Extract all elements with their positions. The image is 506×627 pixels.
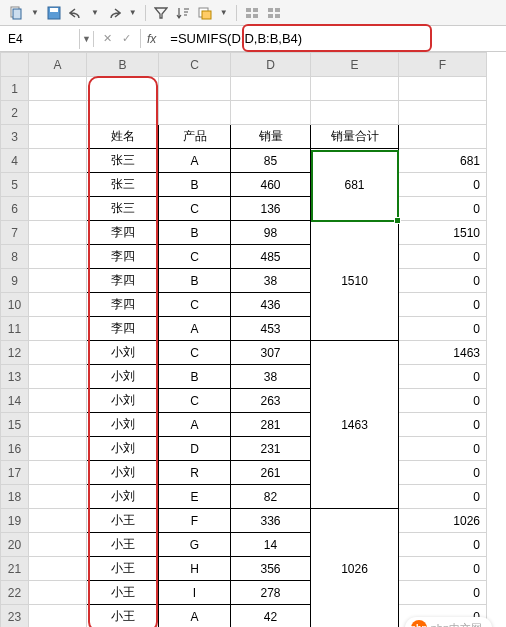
cell-name[interactable]: 小刘 <box>87 341 159 365</box>
undo-button[interactable] <box>66 5 86 21</box>
col-header-E[interactable]: E <box>311 53 399 77</box>
cell-sales[interactable]: 85 <box>231 149 311 173</box>
cell-sales[interactable]: 136 <box>231 197 311 221</box>
cell-f[interactable]: 1510 <box>399 221 487 245</box>
cell[interactable] <box>231 77 311 101</box>
cell-sales[interactable]: 263 <box>231 389 311 413</box>
cell-name[interactable]: 李四 <box>87 317 159 341</box>
row-header[interactable]: 4 <box>1 149 29 173</box>
cell-f[interactable]: 0 <box>399 269 487 293</box>
cell[interactable] <box>29 389 87 413</box>
row-header[interactable]: 5 <box>1 173 29 197</box>
row-header[interactable]: 3 <box>1 125 29 149</box>
cell[interactable] <box>159 101 231 125</box>
name-box-dropdown[interactable]: ▼ <box>80 31 94 47</box>
cell-sales[interactable]: 278 <box>231 581 311 605</box>
cell-total[interactable]: 1510 <box>311 221 399 341</box>
cancel-formula-button[interactable]: ✕ <box>98 29 117 48</box>
cell-product[interactable]: C <box>159 341 231 365</box>
cell[interactable] <box>29 125 87 149</box>
cell[interactable] <box>29 317 87 341</box>
cell[interactable] <box>231 101 311 125</box>
cell-f[interactable]: 1463 <box>399 341 487 365</box>
cell-f[interactable]: 0 <box>399 173 487 197</box>
cell-f[interactable]: 0 <box>399 437 487 461</box>
row-header[interactable]: 18 <box>1 485 29 509</box>
cell-product[interactable]: B <box>159 269 231 293</box>
cell[interactable] <box>29 269 87 293</box>
format-button[interactable] <box>195 4 215 22</box>
cell-name[interactable]: 小王 <box>87 581 159 605</box>
cell-sales[interactable]: 453 <box>231 317 311 341</box>
format-dropdown[interactable]: ▼ <box>217 6 231 19</box>
redo-button[interactable] <box>104 5 124 21</box>
cell-sales[interactable]: 261 <box>231 461 311 485</box>
cell[interactable] <box>399 77 487 101</box>
cell-name[interactable]: 小刘 <box>87 389 159 413</box>
cell-product[interactable]: A <box>159 605 231 628</box>
row-header[interactable]: 6 <box>1 197 29 221</box>
cell-total[interactable]: 1463 <box>311 341 399 509</box>
paste-dropdown[interactable]: ▼ <box>28 6 42 19</box>
row-header[interactable]: 14 <box>1 389 29 413</box>
cell[interactable] <box>29 77 87 101</box>
cell-name[interactable]: 李四 <box>87 245 159 269</box>
options1-button[interactable] <box>242 4 262 22</box>
cell[interactable] <box>29 413 87 437</box>
cell-name[interactable]: 小刘 <box>87 437 159 461</box>
cell-product[interactable]: A <box>159 413 231 437</box>
row-header[interactable]: 19 <box>1 509 29 533</box>
cell-product[interactable]: A <box>159 149 231 173</box>
header-cell-name[interactable]: 姓名 <box>87 125 159 149</box>
row-header[interactable]: 2 <box>1 101 29 125</box>
cell-sales[interactable]: 281 <box>231 413 311 437</box>
cell-total[interactable]: 681 <box>311 149 399 221</box>
row-header[interactable]: 12 <box>1 341 29 365</box>
cell[interactable] <box>29 509 87 533</box>
cell-f[interactable]: 0 <box>399 389 487 413</box>
cell-product[interactable]: B <box>159 365 231 389</box>
cell-name[interactable]: 小王 <box>87 557 159 581</box>
cell[interactable] <box>311 77 399 101</box>
header-cell-product[interactable]: 产品 <box>159 125 231 149</box>
cell-product[interactable]: R <box>159 461 231 485</box>
row-header[interactable]: 9 <box>1 269 29 293</box>
col-header-C[interactable]: C <box>159 53 231 77</box>
cell[interactable] <box>399 125 487 149</box>
cell-f[interactable]: 0 <box>399 245 487 269</box>
paste-button[interactable] <box>6 4 26 22</box>
cell-product[interactable]: C <box>159 293 231 317</box>
cell[interactable] <box>29 341 87 365</box>
select-all-corner[interactable] <box>1 53 29 77</box>
cell-product[interactable]: B <box>159 173 231 197</box>
cell-name[interactable]: 李四 <box>87 221 159 245</box>
filter-button[interactable] <box>151 4 171 22</box>
col-header-A[interactable]: A <box>29 53 87 77</box>
cell[interactable] <box>29 293 87 317</box>
options2-button[interactable] <box>264 4 284 22</box>
cell-name[interactable]: 小刘 <box>87 485 159 509</box>
cell[interactable] <box>29 245 87 269</box>
cell-sales[interactable]: 14 <box>231 533 311 557</box>
row-header[interactable]: 10 <box>1 293 29 317</box>
cell-sales[interactable]: 460 <box>231 173 311 197</box>
cell[interactable] <box>29 149 87 173</box>
cell-name[interactable]: 张三 <box>87 173 159 197</box>
cell-sales[interactable]: 436 <box>231 293 311 317</box>
cell-product[interactable]: E <box>159 485 231 509</box>
cell[interactable] <box>29 365 87 389</box>
cell-sales[interactable]: 38 <box>231 365 311 389</box>
cell[interactable] <box>159 77 231 101</box>
name-box[interactable]: E4 <box>0 29 80 49</box>
cell-name[interactable]: 小王 <box>87 605 159 628</box>
cell-sales[interactable]: 356 <box>231 557 311 581</box>
cell[interactable] <box>87 101 159 125</box>
cell[interactable] <box>29 221 87 245</box>
cell-product[interactable]: F <box>159 509 231 533</box>
cell[interactable] <box>29 533 87 557</box>
cell-product[interactable]: C <box>159 245 231 269</box>
cell-f[interactable]: 0 <box>399 413 487 437</box>
cell[interactable] <box>29 101 87 125</box>
cell-f[interactable]: 0 <box>399 533 487 557</box>
cell-name[interactable]: 张三 <box>87 149 159 173</box>
